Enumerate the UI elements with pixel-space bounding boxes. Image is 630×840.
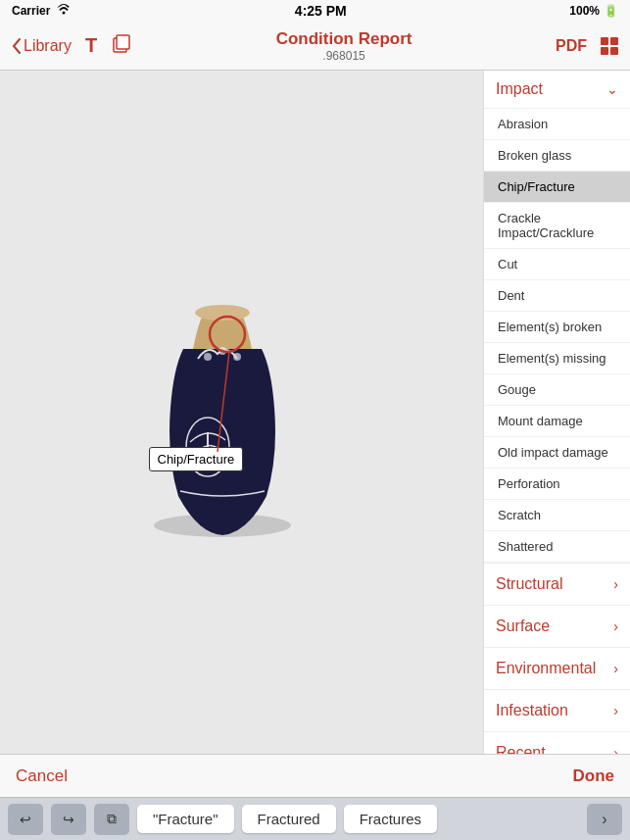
nav-left: Library T <box>12 33 132 59</box>
list-item[interactable]: Broken glass <box>484 140 630 172</box>
grid-button[interactable] <box>601 37 618 55</box>
list-item[interactable]: Scratch <box>484 500 630 531</box>
nav-right: PDF <box>556 37 618 55</box>
status-right: 100% 🔋 <box>569 4 618 18</box>
right-panel: Impact ⌄ Abrasion Broken glass Chip/Frac… <box>483 71 630 754</box>
status-left: Carrier <box>12 4 72 19</box>
list-item-selected[interactable]: Chip/Fracture <box>484 172 630 203</box>
recent-label: Recent <box>496 744 546 754</box>
cancel-button[interactable]: Cancel <box>16 766 68 786</box>
suggestion-pill-1[interactable]: "Fracture" <box>137 805 234 833</box>
list-item[interactable]: Old impact damage <box>484 437 630 469</box>
list-item[interactable]: Dent <box>484 280 630 312</box>
surface-label: Surface <box>496 618 550 635</box>
impact-dropdown-list: Abrasion Broken glass Chip/Fracture Crac… <box>484 109 630 563</box>
redo-button[interactable]: ↪ <box>51 804 86 835</box>
environmental-category[interactable]: Environmental › <box>484 647 630 689</box>
structural-category[interactable]: Structural › <box>484 563 630 605</box>
suggestion-bar: ↩ ↪ ⧉ "Fracture" Fractured Fractures › <box>0 797 630 840</box>
done-button[interactable]: Done <box>573 766 615 786</box>
suggestion-arrow-button[interactable]: › <box>587 804 622 835</box>
impact-category-header[interactable]: Impact ⌄ <box>484 71 630 109</box>
list-item[interactable]: Perforation <box>484 469 630 500</box>
undo-button[interactable]: ↩ <box>8 804 43 835</box>
back-button[interactable]: Library <box>12 37 72 55</box>
text-tool-button[interactable]: T <box>85 34 97 57</box>
copy-button[interactable]: ⧉ <box>94 804 129 835</box>
infestation-category[interactable]: Infestation › <box>484 689 630 731</box>
back-label: Library <box>24 37 72 55</box>
page-subtitle: .968015 <box>276 49 412 63</box>
impact-label: Impact <box>496 80 543 98</box>
svg-rect-1 <box>117 35 129 49</box>
environmental-chevron-icon: › <box>613 661 618 676</box>
duplicate-icon[interactable] <box>111 33 132 59</box>
nav-center: Condition Report .968015 <box>276 29 412 63</box>
infestation-chevron-icon: › <box>613 703 618 718</box>
structural-chevron-icon: › <box>613 576 618 592</box>
recent-category[interactable]: Recent › <box>484 731 630 754</box>
list-item[interactable]: Gouge <box>484 374 630 406</box>
carrier-label: Carrier <box>12 4 50 18</box>
canvas-area[interactable]: Chip/Fracture <box>0 71 483 754</box>
annotation-label: Chip/Fracture <box>149 447 244 471</box>
wifi-icon <box>56 4 72 19</box>
pdf-button[interactable]: PDF <box>556 37 587 55</box>
vase-container: Chip/Fracture <box>110 280 335 545</box>
svg-point-9 <box>233 353 241 361</box>
page-title: Condition Report <box>276 29 412 49</box>
infestation-label: Infestation <box>496 702 568 719</box>
battery-label: 100% <box>569 4 600 18</box>
list-item[interactable]: Cut <box>484 249 630 280</box>
bottom-bar: Cancel Done <box>0 754 630 797</box>
list-item[interactable]: Crackle Impact/Cracklure <box>484 203 630 249</box>
surface-chevron-icon: › <box>613 618 618 634</box>
nav-bar: Library T Condition Report .968015 PDF <box>0 22 630 71</box>
status-time: 4:25 PM <box>295 3 347 19</box>
surface-category[interactable]: Surface › <box>484 605 630 647</box>
recent-chevron-icon: › <box>613 745 618 754</box>
battery-icon: 🔋 <box>604 4 618 18</box>
list-item[interactable]: Element(s) missing <box>484 343 630 374</box>
list-item[interactable]: Element(s) broken <box>484 312 630 343</box>
svg-point-7 <box>204 353 212 361</box>
main-content: Chip/Fracture Impact ⌄ Abrasion Broken g… <box>0 71 630 754</box>
suggestion-pill-2[interactable]: Fractured <box>242 805 336 833</box>
status-bar: Carrier 4:25 PM 100% 🔋 <box>0 0 630 22</box>
environmental-label: Environmental <box>496 660 596 677</box>
impact-chevron-icon: ⌄ <box>606 81 618 97</box>
suggestion-pill-3[interactable]: Fractures <box>344 805 437 833</box>
list-item[interactable]: Shattered <box>484 531 630 563</box>
list-item[interactable]: Abrasion <box>484 109 630 140</box>
structural-label: Structural <box>496 575 562 593</box>
list-item[interactable]: Mount damage <box>484 406 630 437</box>
